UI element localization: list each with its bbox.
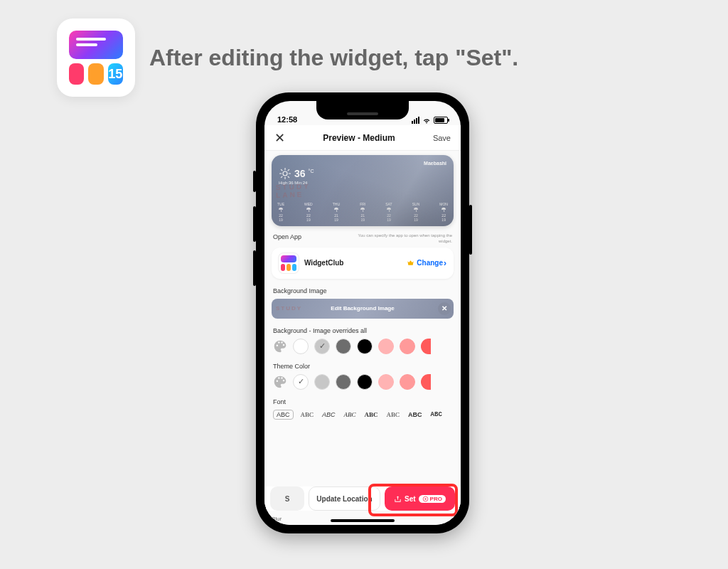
battery-icon	[434, 117, 448, 124]
app-icon-card: 15	[57, 18, 135, 97]
open-app-card[interactable]: WidgetClub Change ›	[272, 248, 454, 279]
phone-notch	[316, 101, 409, 119]
svg-line-7	[281, 176, 282, 178]
blur-label: Blur	[272, 516, 282, 522]
bg-color-swatch[interactable]	[336, 339, 351, 354]
app-icon-top	[69, 31, 123, 59]
signal-icon	[412, 117, 419, 124]
font-option[interactable]: ABC	[321, 410, 337, 420]
home-indicator	[331, 519, 395, 522]
bg-color-swatch[interactable]	[357, 339, 373, 354]
clear-bg-image-icon[interactable]: ✕	[438, 302, 451, 315]
svg-point-10	[424, 498, 426, 499]
close-icon[interactable]: ✕	[274, 132, 285, 144]
phone-mock: 12:58 ✕ Preview - Medium Save Maebashi	[256, 92, 469, 533]
app-icon-swatch-red	[69, 63, 84, 85]
widget-unit: °C	[309, 169, 314, 174]
settings-button[interactable]: S	[270, 486, 304, 511]
font-option[interactable]: ABC	[299, 410, 316, 420]
theme-color-swatch[interactable]	[357, 374, 373, 390]
svg-line-5	[281, 169, 282, 171]
bg-color-swatch[interactable]	[293, 339, 309, 354]
wifi-icon	[422, 117, 431, 124]
instruction-text: After editing the widget, tap "Set".	[149, 45, 518, 71]
widget-forecast-row: TUE22 19 WED22 19 THU21 19 FRI21 19 SAT2…	[277, 202, 448, 222]
app-icon-swatch-orange	[88, 63, 103, 85]
bg-color-swatch[interactable]	[314, 339, 330, 354]
bg-color-swatch[interactable]	[400, 339, 415, 354]
bg-color-swatch[interactable]	[421, 339, 431, 354]
font-option[interactable]: ABC	[363, 410, 380, 420]
font-option[interactable]: ABC	[343, 410, 358, 420]
theme-color-swatch[interactable]	[378, 374, 394, 390]
font-option[interactable]: ABC	[273, 410, 294, 420]
bg-color-label: Background - Image overrides all	[273, 327, 452, 334]
theme-color-swatch[interactable]	[421, 374, 431, 390]
app-icon-swatch-blue: 15	[108, 63, 123, 85]
open-app-label: Open App	[273, 233, 301, 240]
pro-badge: PRO	[419, 495, 446, 503]
chevron-right-icon: ›	[444, 258, 446, 268]
phone-screen: 12:58 ✕ Preview - Medium Save Maebashi	[264, 101, 461, 525]
open-app-name: WidgetClub	[304, 259, 401, 267]
update-location-button[interactable]: Update Location	[309, 486, 380, 511]
change-app-button[interactable]: Change ›	[407, 258, 446, 268]
theme-color-swatch[interactable]	[314, 374, 330, 390]
status-time: 12:58	[277, 115, 297, 124]
svg-line-8	[288, 169, 289, 171]
font-option[interactable]: ABC	[385, 410, 402, 420]
sun-icon	[279, 167, 291, 180]
editor-content: Maebashi 36 °C High:36 M	[264, 151, 461, 525]
palette-icon[interactable]	[273, 375, 287, 389]
bg-image-label: Background Image	[273, 287, 452, 294]
theme-color-swatch[interactable]	[293, 374, 309, 390]
theme-color-swatch[interactable]	[336, 374, 351, 390]
nav-title: Preview - Medium	[323, 133, 395, 143]
widget-preview[interactable]: Maebashi 36 °C High:36 M	[272, 155, 454, 226]
medal-icon	[422, 496, 429, 502]
theme-color-label: Theme Color	[273, 363, 452, 370]
crown-icon	[407, 259, 414, 267]
bottom-action-bar: S Update Location Set PRO	[264, 486, 461, 511]
palette-icon[interactable]	[273, 339, 287, 353]
widget-temp: 36	[294, 168, 306, 179]
widget-location: Maebashi	[424, 161, 446, 166]
widget-high-low: High:36 Min:24	[279, 181, 446, 185]
theme-color-row	[272, 374, 454, 390]
svg-line-6	[288, 176, 289, 178]
share-up-icon	[394, 495, 402, 503]
set-button[interactable]: Set PRO	[385, 486, 455, 511]
font-option[interactable]: ABC	[407, 410, 424, 420]
bg-color-swatch[interactable]	[378, 339, 394, 354]
edit-bg-image-button[interactable]: STUDY Edit Background Image ✕	[272, 299, 454, 319]
nav-bar: ✕ Preview - Medium Save	[264, 125, 461, 151]
open-app-hint: You can specify the app to open when tap…	[353, 233, 452, 245]
font-option[interactable]: ABC	[429, 410, 444, 420]
instruction-header: 15 After editing the widget, tap "Set".	[57, 18, 518, 97]
open-app-icon	[279, 253, 299, 273]
svg-point-0	[283, 171, 287, 176]
font-row: ABC ABC ABC ABC ABC ABC ABC ABC	[272, 410, 454, 420]
bg-color-row	[272, 339, 454, 354]
font-label: Font	[273, 398, 452, 405]
save-button[interactable]: Save	[433, 134, 451, 142]
theme-color-swatch[interactable]	[400, 374, 415, 390]
